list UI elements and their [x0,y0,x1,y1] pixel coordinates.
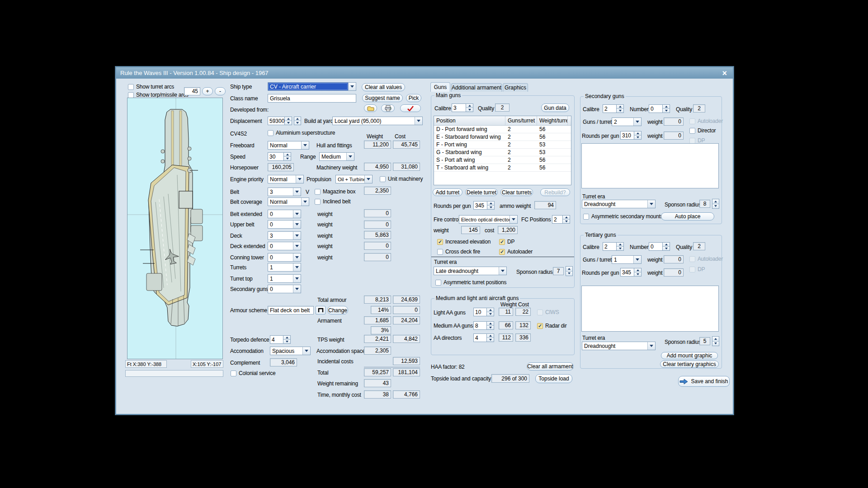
sec-guns-turret-dropdown[interactable]: 2 [612,117,642,126]
spinner-buttons[interactable] [616,104,624,113]
spinner-buttons[interactable] [616,242,624,251]
freeboard-dropdown[interactable]: Normal [268,141,309,150]
spin-down-icon[interactable] [566,271,572,276]
colonial-service-checkbox[interactable]: Colonial service [231,370,276,376]
spinner-buttons[interactable] [662,242,670,251]
inclined-belt-checkbox[interactable]: Inclined belt [315,198,350,205]
topside-load-button[interactable]: Topside load [535,374,572,383]
deck-dropdown[interactable]: 3 [268,231,301,240]
speed-stepper[interactable]: 30 [268,152,291,161]
load-design-button[interactable] [364,104,377,112]
spinner-buttons[interactable] [486,321,494,330]
spin-down-icon[interactable] [617,246,623,250]
fc-positions-stepper[interactable]: 2 [552,215,570,224]
tab-guns[interactable]: Guns [430,82,450,92]
auto-place-button[interactable]: Auto place [661,212,714,221]
tab-additional-armament[interactable]: Additional armament [451,83,502,92]
gun-data-button[interactable]: Gun data [541,103,569,112]
spin-down-icon[interactable] [617,108,623,113]
spin-down-icon[interactable] [294,121,301,125]
spin-up-icon[interactable] [466,104,473,108]
table-row[interactable]: G - Starboard wing253 [434,149,571,156]
upper-belt-dropdown[interactable]: 0 [268,220,301,229]
belt-extended-dropdown[interactable]: 0 [268,210,301,218]
turrets-dropdown[interactable]: 1 [268,263,301,272]
main-sponson-radius-stepper[interactable] [566,266,573,276]
aa-directors-stepper[interactable]: 4 [473,333,494,342]
ter-number-stepper[interactable]: 0 [649,242,670,251]
spin-up-icon[interactable] [663,105,670,108]
table-row[interactable]: D - Port forward wing256 [434,126,571,133]
deck-extended-dropdown[interactable]: 0 [268,242,301,250]
tab-graphics[interactable]: Graphics [503,83,528,92]
ter-sponson-radius-stepper[interactable] [712,336,719,346]
belt-coverage-dropdown[interactable]: Normal [268,197,309,206]
ter-calibre-stepper[interactable]: 2 [603,242,624,251]
clear-all-values-button[interactable]: Clear all values [362,83,405,91]
spinner-buttons[interactable] [466,103,473,112]
ter-guns-turret-dropdown[interactable]: 1 [612,255,642,264]
spin-up-icon[interactable] [487,308,494,312]
sec-turret-era-dropdown[interactable]: Dreadnought [582,200,656,208]
spinner-buttons[interactable] [283,335,291,344]
title-bar[interactable]: Rule the Waves III - Version 1.00.84 - S… [116,67,733,79]
belt-dropdown[interactable]: 3 [268,188,301,196]
spinner-buttons[interactable] [634,131,642,140]
spin-up-icon[interactable] [712,337,719,341]
ship-preview-canvas[interactable] [127,98,223,359]
medium-aa-stepper[interactable]: 8 [473,321,494,330]
tertiary-mounts-listbox[interactable] [581,286,719,332]
spin-up-icon[interactable] [294,117,301,121]
clear-turrets-button[interactable]: Clear turrets [500,188,533,196]
build-at-yard-dropdown[interactable]: Local yard (95,000) [332,117,423,125]
secondary-guns-dropdown[interactable]: 0 [268,285,301,293]
spinner-buttons[interactable] [283,152,291,161]
radar-director-checkbox[interactable]: Radar dir [537,323,567,329]
pick-button[interactable]: Pick [406,94,421,102]
spin-up-icon[interactable] [566,267,572,271]
spin-up-icon[interactable] [487,334,494,338]
show-turret-arcs-checkbox[interactable]: Show turret arcs [128,84,174,90]
confirm-design-button[interactable] [400,104,421,112]
table-row[interactable]: S - Port aft wing256 [434,156,571,164]
main-calibre-stepper[interactable]: 3 [452,103,473,112]
show-torp-missile-arcs-checkbox[interactable]: Show torp/missile arcs [128,92,189,98]
spin-up-icon[interactable] [487,322,494,325]
ter-turret-era-dropdown[interactable]: Dreadnought [582,342,656,350]
sec-rounds-stepper[interactable]: 310 [620,131,642,140]
spinner-buttons[interactable] [562,215,570,224]
conning-tower-dropdown[interactable]: 0 [268,253,301,262]
spin-up-icon[interactable] [663,243,670,246]
arc-plus-button[interactable]: + [202,87,213,95]
save-and-finish-button[interactable]: Save and finish [678,376,730,387]
spin-up-icon[interactable] [487,202,494,205]
spin-up-icon[interactable] [284,153,291,156]
spin-up-icon[interactable] [634,131,641,135]
sec-director-checkbox[interactable]: Director [689,127,716,134]
table-row[interactable]: F - Port wing253 [434,141,571,149]
aluminium-superstructure-checkbox[interactable]: Aluminium superstructure [268,130,335,136]
main-guns-table[interactable]: Position Guns/turret Weight/turret D - P… [434,116,571,185]
spin-down-icon[interactable] [663,108,670,113]
spin-down-icon[interactable] [487,205,494,209]
delete-turret-button[interactable]: Delete turret [465,188,498,196]
class-name-input[interactable] [268,94,356,103]
close-button[interactable]: × [720,69,729,77]
spin-down-icon[interactable] [712,341,719,346]
spin-down-icon[interactable] [466,108,473,112]
spin-down-icon[interactable] [563,219,570,223]
accomodation-dropdown[interactable]: Spacious [270,347,311,355]
add-mount-graphic-button[interactable]: Add mount graphic [661,352,718,359]
change-armour-scheme-button[interactable]: Change [327,306,348,314]
spin-down-icon[interactable] [634,272,641,276]
spin-up-icon[interactable] [283,336,290,339]
table-row[interactable]: E - Starboard forward wing256 [434,133,571,141]
torpedo-defence-stepper[interactable]: 4 [270,335,291,344]
spinner-buttons[interactable] [486,333,494,342]
arc-angle-field[interactable]: 45 [184,87,200,95]
ship-type-dropdown[interactable]: CV - Aircraft carrier [268,82,356,91]
propulsion-dropdown[interactable]: Oil + Turbine [335,175,373,183]
turret-top-dropdown[interactable]: 1 [268,274,301,283]
spin-down-icon[interactable] [487,312,494,316]
autoloader-checkbox[interactable]: Autoloader [499,249,533,255]
